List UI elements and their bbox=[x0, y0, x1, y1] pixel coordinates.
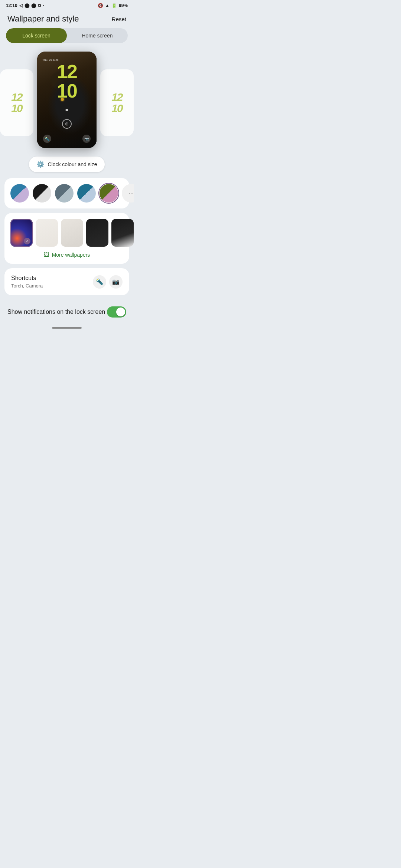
wallpaper-white-texture[interactable] bbox=[36, 219, 58, 247]
fingerprint-icon: ⊕ bbox=[62, 119, 72, 129]
more-wallpapers-icon: 🖼 bbox=[44, 252, 49, 258]
swatch-olive-pink[interactable] bbox=[100, 184, 118, 203]
page-title: Wallpaper and style bbox=[7, 14, 79, 24]
bottom-bar bbox=[0, 324, 134, 332]
location-icon: ◁ bbox=[19, 3, 23, 8]
time-display: 12:10 bbox=[6, 3, 17, 8]
more-wallpapers-button[interactable]: 🖼 More wallpapers bbox=[10, 252, 123, 258]
clock-color-button[interactable]: ⚙️ Clock colour and size bbox=[29, 157, 104, 172]
mute-icon: 🔇 bbox=[98, 3, 103, 8]
wallpapers-container: ✓ 🖼 More wallpapers bbox=[4, 213, 129, 264]
reset-button[interactable]: Reset bbox=[112, 16, 126, 22]
swatches-row: ··· bbox=[10, 184, 123, 203]
settings-icon: ⚙️ bbox=[36, 160, 45, 168]
wallpaper-space[interactable]: ✓ bbox=[10, 219, 33, 247]
shortcuts-section[interactable]: Shortcuts Torch, Camera 🔦 📷 bbox=[4, 268, 129, 295]
left-preview[interactable]: 1210 bbox=[0, 69, 33, 136]
shortcuts-icons: 🔦 📷 bbox=[93, 275, 123, 289]
wallpapers-row: ✓ bbox=[10, 219, 123, 247]
header: Wallpaper and style Reset bbox=[0, 10, 134, 28]
messenger-icon: ⬤ bbox=[25, 3, 29, 8]
status-right: 🔇 ▲ 🔋 99% bbox=[98, 3, 128, 8]
wallpaper-dark-fur[interactable] bbox=[86, 219, 108, 247]
status-bar: 12:10 ◁ ⬤ ⬤ ⧉ · 🔇 ▲ 🔋 99% bbox=[0, 0, 134, 10]
notification-label: Show notifications on the lock screen bbox=[7, 309, 105, 315]
tab-lock-screen[interactable]: Lock screen bbox=[6, 28, 67, 43]
swatch-grey-blue[interactable] bbox=[55, 184, 74, 203]
phone-clock: 12 10 bbox=[37, 62, 97, 101]
shortcuts-subtitle: Torch, Camera bbox=[11, 283, 43, 289]
swatches-container: ··· bbox=[4, 178, 129, 208]
torch-shortcut-btn: 🔦 bbox=[43, 135, 51, 143]
more-colors-button[interactable]: ··· bbox=[122, 184, 134, 203]
phone-wallpaper: Thu, 21 Dec 12 10 ⊕ 🔦 📷 bbox=[37, 52, 97, 148]
shortcuts-info: Shortcuts Torch, Camera bbox=[11, 275, 43, 289]
tab-home-screen[interactable]: Home screen bbox=[67, 28, 128, 43]
right-clock: 1210 bbox=[111, 92, 122, 114]
notification-row: Show notifications on the lock screen bbox=[0, 300, 134, 324]
swatch-black-white[interactable] bbox=[33, 184, 51, 203]
cat-bell bbox=[66, 109, 68, 111]
dot-icon: · bbox=[43, 3, 44, 8]
toggle-knob bbox=[116, 308, 125, 316]
left-clock: 1210 bbox=[11, 92, 22, 114]
battery-icon: 🔋 bbox=[111, 3, 117, 8]
phone-shortcuts: 🔦 📷 bbox=[37, 135, 97, 143]
tab-bar: Lock screen Home screen bbox=[6, 28, 128, 43]
selected-check: ✓ bbox=[24, 238, 30, 244]
wifi-icon: ▲ bbox=[105, 3, 110, 8]
status-left: 12:10 ◁ ⬤ ⬤ ⧉ · bbox=[6, 3, 44, 8]
circle-icon: ⬤ bbox=[31, 3, 36, 8]
more-wallpapers-label: More wallpapers bbox=[52, 252, 90, 258]
preview-area: 1210 Thu, 21 Dec 12 10 ⊕ 🔦 📷 1210 bbox=[0, 49, 134, 157]
wallpaper-feather[interactable] bbox=[61, 219, 83, 247]
shortcuts-title: Shortcuts bbox=[11, 275, 43, 282]
torch-icon-btn[interactable]: 🔦 bbox=[93, 275, 106, 289]
notifications-toggle[interactable] bbox=[107, 306, 126, 318]
s-icon: ⧉ bbox=[38, 3, 41, 8]
phone-mockup[interactable]: Thu, 21 Dec 12 10 ⊕ 🔦 📷 bbox=[37, 52, 97, 148]
bottom-indicator bbox=[52, 327, 82, 329]
phone-date: Thu, 21 Dec bbox=[42, 58, 59, 62]
swatch-blue[interactable] bbox=[77, 184, 96, 203]
camera-shortcut-btn: 📷 bbox=[82, 135, 91, 143]
camera-icon-btn[interactable]: 📷 bbox=[109, 275, 123, 289]
swatch-teal-pink[interactable] bbox=[10, 184, 29, 203]
battery-percent: 99% bbox=[119, 3, 128, 8]
right-preview[interactable]: 1210 bbox=[100, 69, 134, 136]
clock-color-label: Clock colour and size bbox=[48, 161, 97, 167]
wallpaper-bw[interactable] bbox=[111, 219, 134, 247]
